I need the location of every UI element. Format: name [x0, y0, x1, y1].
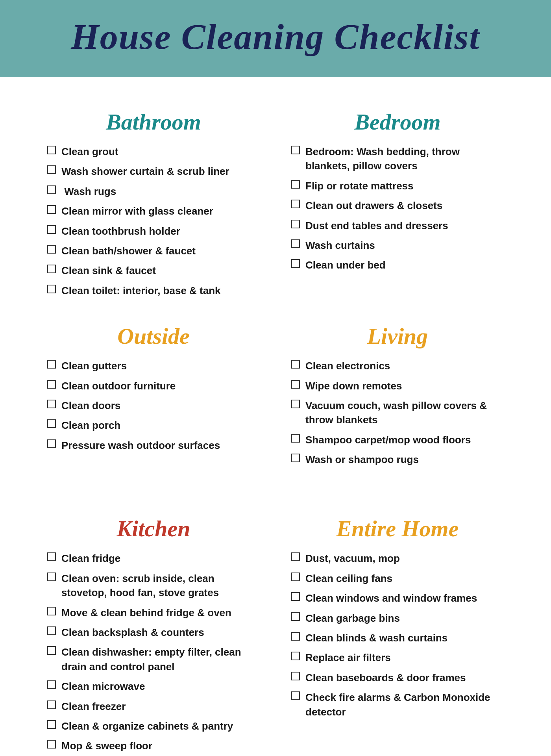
list-item[interactable]: Clean toilet: interior, base & tank — [47, 284, 260, 298]
checkbox[interactable] — [47, 607, 56, 615]
item-text: Clean oven: scrub inside, clean stovetop… — [61, 571, 260, 600]
checkbox[interactable] — [47, 285, 56, 293]
checkbox[interactable] — [47, 380, 56, 389]
list-item[interactable]: Clean & organize cabinets & pantry — [47, 719, 260, 733]
list-item[interactable]: Bedroom: Wash bedding, throw blankets, p… — [291, 145, 504, 173]
checkbox[interactable] — [47, 720, 56, 729]
checkbox[interactable] — [47, 146, 56, 154]
list-item[interactable]: Clean mirror with glass cleaner — [47, 204, 260, 218]
checkbox[interactable] — [291, 672, 300, 680]
list-item[interactable]: Clean outdoor furniture — [47, 379, 260, 393]
checkbox[interactable] — [291, 652, 300, 660]
checkbox[interactable] — [291, 400, 300, 408]
list-item[interactable]: Replace air filters — [291, 650, 504, 665]
list-item[interactable]: Flip or rotate mattress — [291, 179, 504, 193]
list-item[interactable]: Wash rugs — [47, 184, 260, 198]
checkbox[interactable] — [47, 626, 56, 635]
kitchen-title: Kitchen — [47, 515, 260, 542]
list-item[interactable]: Check fire alarms & Carbon Monoxide dete… — [291, 690, 504, 719]
checkbox[interactable] — [47, 646, 56, 655]
checkbox[interactable] — [47, 439, 56, 448]
checkbox[interactable] — [291, 259, 300, 268]
list-item[interactable]: Pressure wash outdoor surfaces — [47, 438, 260, 452]
list-item[interactable]: Clean blinds & wash curtains — [291, 631, 504, 645]
checkbox[interactable] — [291, 220, 300, 228]
list-item[interactable]: Clean microwave — [47, 679, 260, 693]
list-item[interactable]: Wipe down remotes — [291, 379, 504, 393]
item-text: Clean toothbrush holder — [61, 224, 180, 238]
checkbox[interactable] — [47, 552, 56, 561]
list-item[interactable]: Clean porch — [47, 418, 260, 432]
checkbox[interactable] — [291, 380, 300, 389]
item-text: Check fire alarms & Carbon Monoxide dete… — [305, 690, 504, 719]
checkbox[interactable] — [291, 180, 300, 189]
checkbox[interactable] — [291, 239, 300, 248]
checkbox[interactable] — [47, 165, 56, 174]
checkbox[interactable] — [291, 573, 300, 581]
list-item[interactable]: Clean oven: scrub inside, clean stovetop… — [47, 571, 260, 600]
list-item[interactable]: Clean doors — [47, 398, 260, 413]
item-text: Clean grout — [61, 145, 118, 159]
header: House Cleaning Checklist — [0, 0, 551, 77]
list-item[interactable]: Clean fridge — [47, 551, 260, 565]
list-item[interactable]: Clean windows and window frames — [291, 591, 504, 605]
checkbox[interactable] — [291, 592, 300, 601]
checkbox[interactable] — [47, 245, 56, 254]
list-item[interactable]: Clean toothbrush holder — [47, 224, 260, 238]
checkbox[interactable] — [47, 360, 56, 369]
checkbox[interactable] — [47, 225, 56, 234]
checkbox[interactable] — [291, 146, 300, 154]
list-item[interactable]: Clean ceiling fans — [291, 571, 504, 586]
checkbox[interactable] — [47, 419, 56, 428]
list-item[interactable]: Shampoo carpet/mop wood floors — [291, 433, 504, 447]
checkbox[interactable] — [47, 205, 56, 214]
item-text: Wash shower curtain & scrub liner — [61, 164, 229, 178]
list-item[interactable]: Clean freezer — [47, 699, 260, 713]
list-item[interactable]: Clean dishwasher: empty filter, clean dr… — [47, 645, 260, 674]
list-item[interactable]: Clean grout — [47, 145, 260, 159]
checkbox[interactable] — [47, 700, 56, 709]
list-item[interactable]: Clean electronics — [291, 359, 504, 373]
list-item[interactable]: Clean bath/shower & faucet — [47, 244, 260, 258]
list-item[interactable]: Move & clean behind fridge & oven — [47, 606, 260, 620]
checkbox[interactable] — [291, 691, 300, 700]
checkbox[interactable] — [291, 552, 300, 561]
list-item[interactable]: Wash or shampoo rugs — [291, 452, 504, 467]
checkbox[interactable] — [47, 740, 56, 749]
kitchen-checklist: Clean fridge Clean oven: scrub inside, c… — [47, 551, 260, 756]
item-text: Clean microwave — [61, 679, 145, 693]
checkbox[interactable] — [47, 400, 56, 408]
list-item[interactable]: Clean gutters — [47, 359, 260, 373]
checkbox[interactable] — [291, 434, 300, 443]
entire-home-section: Entire Home Dust, vacuum, mop Clean ceil… — [276, 508, 520, 756]
item-text: Clean gutters — [61, 359, 127, 373]
list-item[interactable]: Dust, vacuum, mop — [291, 551, 504, 565]
item-text: Pressure wash outdoor surfaces — [61, 438, 220, 452]
list-item[interactable]: Mop & sweep floor — [47, 739, 260, 753]
item-text: Clean baseboards & door frames — [305, 671, 466, 685]
list-item[interactable]: Wash shower curtain & scrub liner — [47, 164, 260, 178]
checkbox[interactable] — [291, 360, 300, 369]
list-item[interactable]: Clean out drawers & closets — [291, 198, 504, 213]
item-text: Clean under bed — [305, 258, 386, 272]
item-text: Move & clean behind fridge & oven — [61, 606, 231, 620]
bathroom-section: Bathroom Clean grout Wash shower curtain… — [31, 101, 276, 315]
checkbox[interactable] — [291, 632, 300, 641]
list-item[interactable]: Clean sink & faucet — [47, 263, 260, 278]
checkbox[interactable] — [291, 612, 300, 621]
list-item[interactable]: Wash curtains — [291, 238, 504, 252]
list-item[interactable]: Clean garbage bins — [291, 611, 504, 625]
checkbox[interactable] — [47, 265, 56, 273]
list-item[interactable]: Vacuum couch, wash pillow covers & throw… — [291, 398, 504, 427]
checkbox[interactable] — [291, 454, 300, 462]
checkbox[interactable] — [47, 573, 56, 581]
checkbox[interactable] — [47, 185, 56, 194]
item-text: Clean bath/shower & faucet — [61, 244, 196, 258]
kitchen-section: Kitchen Clean fridge Clean oven: scrub i… — [31, 508, 276, 756]
list-item[interactable]: Clean baseboards & door frames — [291, 671, 504, 685]
list-item[interactable]: Dust end tables and dressers — [291, 219, 504, 233]
list-item[interactable]: Clean backsplash & counters — [47, 625, 260, 639]
list-item[interactable]: Clean under bed — [291, 258, 504, 272]
checkbox[interactable] — [291, 200, 300, 208]
checkbox[interactable] — [47, 680, 56, 689]
